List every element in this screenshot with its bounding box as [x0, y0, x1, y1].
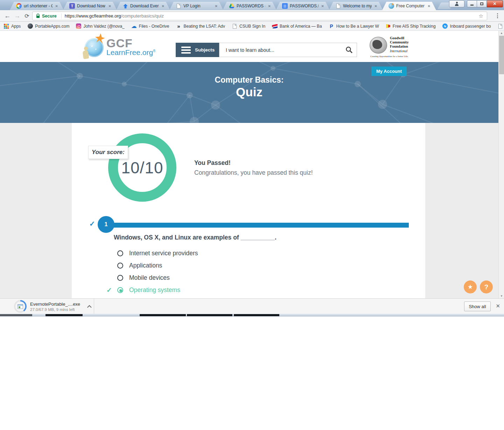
close-download-shelf-icon[interactable]: ✕	[496, 303, 500, 309]
divider	[94, 299, 94, 314]
goodwill-globe-icon	[370, 37, 387, 54]
option-internet-service-providers[interactable]: Internet service providers	[117, 247, 198, 259]
gcf-logo[interactable]: ✦✦ GCF LearnFree.org®	[82, 33, 155, 60]
tab-close-icon[interactable]: ✕	[321, 4, 324, 8]
show-all-downloads-button[interactable]: Show all	[464, 301, 491, 311]
screen: url shortener - Go ✕ T Download Now ✕ Do…	[0, 0, 504, 430]
browser-tab-strip: url shortener - Go ✕ T Download Now ✕ Do…	[0, 0, 504, 10]
url-host: https://www.gcflearnfree.org	[65, 13, 121, 19]
page-favicon-icon	[335, 3, 341, 9]
radio-icon[interactable]	[117, 275, 123, 281]
goodwill-logo: Goodwill Community Foundation Internatio…	[370, 36, 415, 58]
url-path: /computerbasics/quiz	[121, 13, 164, 19]
site-header: ✦✦ GCF LearnFree.org® Subjects	[0, 31, 504, 62]
bookmark-instagram[interactable]: John Valdez (@nova_	[76, 23, 124, 29]
tab-close-icon[interactable]: ✕	[267, 4, 271, 8]
person-icon	[455, 2, 459, 6]
exe-file-icon	[18, 304, 23, 309]
download-status: 27.0/67.9 MB, 9 mins left	[30, 307, 80, 312]
tab-welcome[interactable]: Welcome to my 4 ✕	[329, 2, 383, 10]
tab-download-evernote[interactable]: Download Everno ✕	[116, 2, 170, 10]
radio-icon[interactable]	[117, 263, 123, 269]
gcf-globe-icon: ✦✦	[82, 33, 106, 60]
page-viewport: ✦✦ GCF LearnFree.org® Subjects	[0, 31, 504, 298]
tab-close-icon[interactable]: ✕	[108, 4, 111, 8]
score-value: 10/10	[121, 158, 163, 177]
window-maximize-button[interactable]	[477, 0, 487, 7]
address-bar[interactable]: Secure https://www.gcflearnfree.org /com…	[32, 12, 487, 20]
bookmark-star-icon[interactable]: ☆	[479, 13, 483, 19]
score-donut: 10/10	[108, 133, 176, 202]
hamburger-icon	[181, 47, 191, 54]
search-input[interactable]	[219, 47, 341, 53]
option-operating-systems-selected[interactable]: ✓ Operating systems	[117, 284, 198, 296]
tab-free-computer-basics-active[interactable]: Free Computer Ba ✕	[382, 2, 436, 10]
tab-close-icon[interactable]: ✕	[214, 4, 218, 8]
portableapps-icon	[27, 23, 33, 29]
instagram-icon	[76, 23, 81, 29]
window-minimize-button[interactable]	[467, 0, 477, 7]
hero-banner: My Account Computer Basics: Quiz	[0, 62, 498, 123]
logo-gcf-text: GCF	[106, 38, 155, 48]
tab-close-icon[interactable]: ✕	[427, 4, 430, 8]
tab-url-shortener[interactable]: url shortener - Go ✕	[10, 2, 64, 10]
question-correct-check-icon: ✓	[89, 220, 95, 228]
scrollbar-thumb[interactable]	[499, 36, 504, 74]
bookmark-lawyer[interactable]: PHow to Be a Lawyer W	[329, 23, 379, 29]
onedrive-cloud-icon: ☁	[131, 23, 137, 29]
download-shelf: EvernotePortable_....exe 27.0/67.9 MB, 9…	[0, 298, 504, 314]
tab-label: PASSWORDS - Go	[237, 4, 265, 8]
bookmark-inboard[interactable]: NInboard passenger bo	[442, 23, 491, 29]
my-account-button[interactable]: My Account	[371, 67, 407, 76]
bookmark-csub[interactable]: CSUB Sign In	[232, 23, 265, 29]
tab-label: VP Login	[183, 4, 212, 8]
quiz-card: 10/10 Your score: You Passed! Congratula…	[72, 123, 425, 298]
bookmark-ais-tracking[interactable]: Free AIS Ship Tracking	[386, 24, 436, 29]
bookmark-apps[interactable]: Apps	[4, 23, 21, 29]
forward-button[interactable]: →	[13, 11, 22, 20]
window-close-button[interactable]: ✕	[487, 0, 503, 7]
search-button[interactable]	[341, 43, 357, 57]
page-scrollbar[interactable]: ▲ ▼	[498, 31, 504, 298]
answer-options: Internet service providers Applications …	[117, 247, 198, 296]
tab-label: Download Now	[77, 4, 106, 8]
subjects-button[interactable]: Subjects	[176, 43, 219, 57]
option-mobile-devices[interactable]: Mobile devices	[117, 272, 198, 284]
secure-label: Secure	[42, 14, 57, 19]
double-chevron-icon: »	[176, 23, 181, 29]
scroll-up-arrow-icon[interactable]: ▲	[499, 32, 504, 35]
radio-selected-icon[interactable]	[117, 287, 123, 293]
bookmark-bank-of-america[interactable]: Bank of America — Ba	[272, 23, 322, 29]
tab-vp-login[interactable]: VP Login ✕	[169, 2, 223, 10]
help-question-button[interactable]: ?	[480, 280, 493, 293]
chrome-menu-button[interactable]	[494, 12, 501, 19]
tab-close-icon[interactable]: ✕	[161, 4, 164, 8]
quiz-content: 10/10 Your score: You Passed! Congratula…	[0, 123, 498, 298]
profile-button[interactable]	[449, 0, 464, 7]
bookmark-new-tab[interactable]: New Tab	[497, 23, 504, 29]
feedback-star-button[interactable]: ★	[464, 280, 477, 293]
scroll-down-arrow-icon[interactable]: ▼	[499, 294, 504, 298]
reload-button[interactable]: ⟳	[22, 11, 31, 20]
question-number-badge: 1	[98, 216, 114, 233]
tab-download-now[interactable]: T Download Now ✕	[63, 2, 117, 10]
radio-icon[interactable]	[117, 250, 123, 256]
tab-passwords-drive[interactable]: PASSWORDS - Go ✕	[223, 2, 276, 10]
back-button[interactable]: ←	[3, 11, 12, 20]
download-item-evernote[interactable]: EvernotePortable_....exe 27.0/67.9 MB, 9…	[14, 300, 92, 313]
bookmark-onedrive[interactable]: ☁Files - OneDrive	[131, 23, 169, 29]
passed-title: You Passed!	[194, 159, 231, 167]
tab-close-icon[interactable]: ✕	[374, 4, 377, 8]
text-doc-favicon-icon	[282, 3, 288, 9]
tab-close-icon[interactable]: ✕	[55, 4, 58, 8]
bookmark-lsat[interactable]: »Beating the LSAT: Adv	[176, 23, 225, 29]
tab-passwords-txt[interactable]: PASSWORDS.txt - ✕	[276, 2, 330, 10]
n-circle-icon: N	[442, 23, 448, 29]
bookmark-portableapps[interactable]: PortableApps.com	[27, 23, 69, 29]
browser-toolbar: ← → ⟳ Secure https://www.gcflearnfree.or…	[0, 10, 504, 22]
option-applications[interactable]: Applications	[117, 259, 198, 272]
tab-label: Welcome to my 4	[343, 4, 372, 8]
tab-label: url shortener - Go	[24, 4, 52, 8]
download-menu-caret-icon[interactable]	[87, 305, 92, 310]
gcf-favicon-icon	[388, 3, 394, 9]
